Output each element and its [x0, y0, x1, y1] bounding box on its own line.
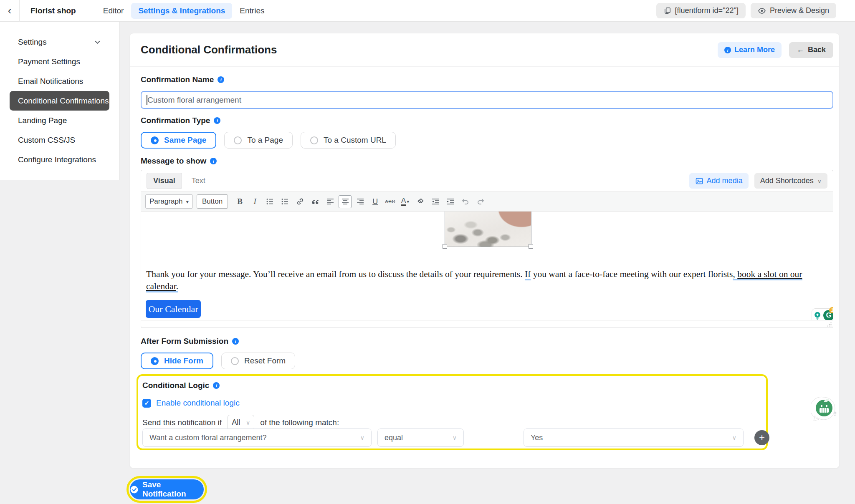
- italic-icon[interactable]: I: [248, 195, 261, 208]
- radio-to-a-page[interactable]: To a Page: [224, 132, 293, 149]
- radio-reset-form[interactable]: Reset Form: [221, 353, 295, 369]
- match-type-select[interactable]: All ∨: [228, 415, 254, 430]
- paragraph-format-select[interactable]: Paragraph ▾: [145, 194, 193, 209]
- info-icon: i: [214, 117, 220, 124]
- image-resize-handle[interactable]: [443, 244, 447, 249]
- editor-tab-text[interactable]: Text: [185, 173, 212, 189]
- bulleted-list-icon[interactable]: [263, 195, 276, 208]
- align-left-icon[interactable]: [324, 195, 336, 208]
- condition-value-select[interactable]: Yes ∨: [524, 428, 744, 447]
- checkbox-checked-icon[interactable]: ✓: [142, 399, 151, 408]
- confirmation-type-options: Same Page To a Page To a Custom URL: [141, 132, 396, 149]
- text-color-icon[interactable]: A▾: [399, 195, 412, 208]
- assistant-extension-icon[interactable]: [811, 396, 840, 425]
- sidebar-item-configure-integrations[interactable]: Configure Integrations: [0, 150, 119, 169]
- chevron-down-icon: [94, 38, 101, 45]
- message-to-show-label: Message to show i: [141, 156, 217, 166]
- confirmation-name-label: Confirmation Name i: [141, 75, 224, 84]
- save-notification-label: Save Notification: [142, 480, 204, 499]
- copy-icon: [663, 7, 671, 15]
- back-chevron-icon[interactable]: ‹: [0, 0, 19, 22]
- sidebar-item-settings[interactable]: Settings: [0, 32, 119, 52]
- radio-same-page[interactable]: Same Page: [141, 132, 216, 149]
- grammarly-underlined-word: If: [525, 269, 531, 280]
- topbar: ‹ Florist shop Editor Settings & Integra…: [0, 0, 855, 22]
- conditional-confirmations-panel: Conditional Confirmations i Learn More ←…: [129, 33, 840, 469]
- sidebar-item-label: Landing Page: [18, 116, 67, 125]
- add-media-button[interactable]: Add media: [689, 173, 749, 189]
- sidebar-item-email-notifications[interactable]: Email Notifications: [0, 71, 119, 91]
- panel-header: Conditional Confirmations i Learn More ←…: [130, 33, 839, 67]
- editor-statusbar: [141, 320, 833, 328]
- add-shortcodes-label: Add Shortcodes: [760, 176, 814, 185]
- underline-icon[interactable]: U: [369, 195, 382, 208]
- select-chevron-icon: ∨: [360, 434, 364, 441]
- label-text: After Form Submission: [141, 337, 228, 346]
- inserted-flower-image[interactable]: [445, 212, 531, 247]
- sidebar-item-label: Conditional Confirmations: [18, 96, 109, 106]
- insert-button-tool[interactable]: Button: [197, 194, 228, 209]
- undo-icon[interactable]: [459, 195, 472, 208]
- app-window: ‹ Florist shop Editor Settings & Integra…: [0, 0, 855, 504]
- editor-toolbar: Paragraph ▾ Button B I: [141, 192, 833, 212]
- save-notification-button[interactable]: Save Notification: [130, 479, 204, 499]
- eye-icon: [758, 7, 766, 15]
- editor-content[interactable]: Thank you for your message. You’ll recei…: [141, 212, 833, 320]
- editor-tab-visual[interactable]: Visual: [147, 173, 182, 189]
- learn-more-button[interactable]: i Learn More: [718, 42, 782, 58]
- sidebar-item-landing-page[interactable]: Landing Page: [0, 111, 119, 130]
- tab-entries[interactable]: Entries: [240, 6, 264, 15]
- sidebar-item-label: Settings: [18, 38, 47, 47]
- outdent-icon[interactable]: [429, 195, 442, 208]
- radio-icon: [310, 136, 318, 144]
- message-text: Thank you for your message. You’ll recei…: [146, 269, 525, 279]
- clear-formatting-icon[interactable]: [414, 195, 427, 208]
- label-text: Confirmation Type: [141, 116, 210, 125]
- align-right-icon[interactable]: [354, 195, 367, 208]
- sidebar-item-label: Custom CSS/JS: [18, 136, 75, 145]
- topbar-actions: [fluentform id="22"] Preview & Design: [656, 3, 836, 18]
- condition-operator-select[interactable]: equal ∨: [377, 428, 464, 447]
- bold-icon[interactable]: B: [233, 195, 246, 208]
- editor-header: Visual Text Add media Add Shortcodes ∨: [141, 170, 833, 192]
- lightbulb-icon[interactable]: [813, 311, 822, 320]
- link-icon[interactable]: [293, 195, 306, 208]
- strikethrough-icon[interactable]: ABC: [384, 195, 397, 208]
- image-resize-handle[interactable]: [529, 244, 533, 249]
- check-circle-icon: [130, 485, 139, 494]
- select-chevron-icon: ∨: [732, 434, 736, 441]
- align-center-icon[interactable]: [339, 195, 352, 208]
- shortcode-button[interactable]: [fluentform id="22"]: [656, 3, 746, 18]
- tab-editor[interactable]: Editor: [103, 6, 124, 15]
- enable-conditional-logic[interactable]: ✓ Enable conditional logic: [142, 398, 766, 408]
- sidebar-item-payment-settings[interactable]: Payment Settings: [0, 52, 119, 71]
- preview-design-button[interactable]: Preview & Design: [751, 3, 836, 18]
- condition-field-select[interactable]: Want a custom floral arrangement? ∨: [142, 428, 372, 447]
- confirmation-name-field: [141, 91, 833, 109]
- our-calendar-button[interactable]: Our Calendar: [146, 300, 201, 318]
- resize-grip-icon[interactable]: [825, 320, 832, 327]
- sidebar-item-conditional-confirmations[interactable]: Conditional Confirmations: [10, 91, 109, 111]
- dropdown-caret-icon: ▾: [186, 199, 189, 205]
- confirmation-name-input[interactable]: [141, 91, 833, 109]
- arrow-left-icon: ←: [797, 45, 804, 54]
- blockquote-icon[interactable]: [309, 195, 321, 208]
- redo-icon[interactable]: [474, 195, 487, 208]
- conditional-logic-section: Conditional Logic i ✓ Enable conditional…: [137, 374, 768, 450]
- message-text: you want a face-to-face meeting with our…: [531, 269, 733, 279]
- indent-icon[interactable]: [444, 195, 457, 208]
- tab-settings-integrations[interactable]: Settings & Integrations: [131, 3, 232, 19]
- message-text: .: [176, 281, 178, 291]
- sidebar-item-custom-css-js[interactable]: Custom CSS/JS: [0, 130, 119, 150]
- add-shortcodes-button[interactable]: Add Shortcodes ∨: [754, 173, 827, 189]
- numbered-list-icon[interactable]: [278, 195, 291, 208]
- back-button[interactable]: ← Back: [789, 42, 833, 58]
- radio-to-a-custom-url[interactable]: To a Custom URL: [301, 132, 396, 149]
- grammarly-widget[interactable]: G 1: [812, 308, 833, 320]
- sidebar-item-label: Payment Settings: [18, 57, 80, 66]
- label-text: Conditional Logic: [142, 381, 209, 390]
- radio-hide-form[interactable]: Hide Form: [141, 353, 213, 369]
- add-condition-button[interactable]: +: [754, 430, 769, 445]
- enable-conditional-logic-label: Enable conditional logic: [156, 398, 240, 408]
- grammarly-icon[interactable]: G 1: [823, 310, 833, 320]
